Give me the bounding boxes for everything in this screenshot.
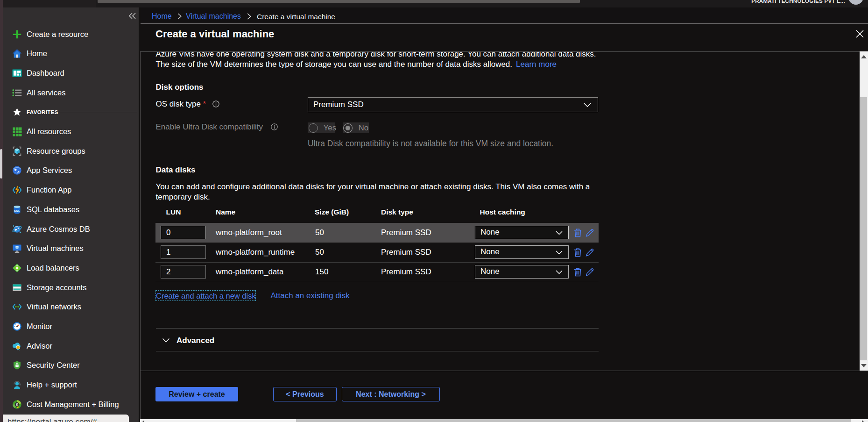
svg-text:SQL: SQL — [14, 209, 20, 212]
svg-text:$: $ — [16, 402, 18, 407]
